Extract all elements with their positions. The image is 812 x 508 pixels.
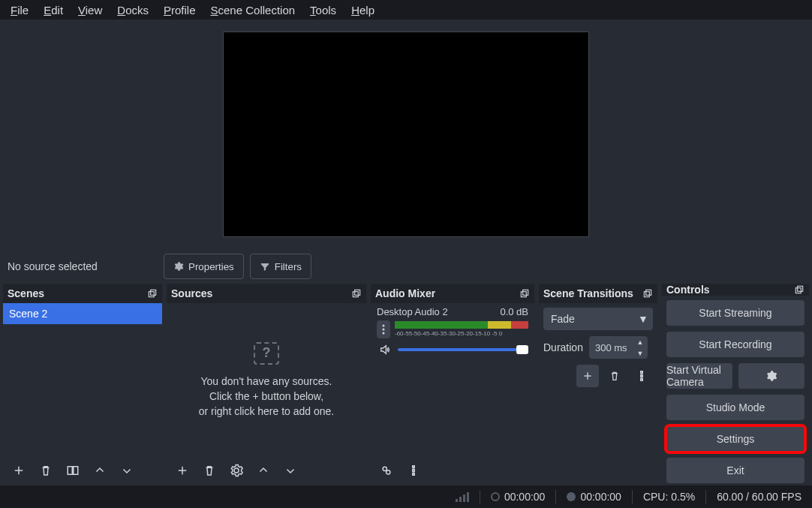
stream-dot-icon <box>491 492 500 501</box>
mixer-meter: -60-55-50-45-40-35-30-25-20-15-10 -5 0 <box>395 321 528 338</box>
preview-area <box>0 20 812 249</box>
svg-point-25 <box>641 375 643 377</box>
controls-dock: Controls Start Streaming Start Recording… <box>662 284 809 485</box>
sources-empty[interactable]: ? You don't have any sources. Click the … <box>167 303 366 455</box>
menu-scene-collection[interactable]: Scene Collection <box>203 2 303 18</box>
svg-rect-27 <box>795 288 801 293</box>
transition-add-button[interactable] <box>576 365 599 387</box>
cpu-usage: CPU: 0.5% <box>643 491 695 503</box>
mixer-options-button[interactable] <box>377 320 390 338</box>
duration-label: Duration <box>543 341 583 353</box>
scene-remove-button[interactable] <box>35 459 57 482</box>
scene-item[interactable]: Scene 2 <box>3 303 162 324</box>
menu-file[interactable]: File <box>3 2 36 18</box>
transition-select[interactable]: Fade <box>543 308 633 330</box>
mixer-volume-slider[interactable] <box>398 348 528 351</box>
menu-tools[interactable]: Tools <box>302 2 344 18</box>
start-streaming-button[interactable]: Start Streaming <box>666 300 804 326</box>
preview-canvas[interactable] <box>223 32 589 237</box>
duration-input[interactable] <box>589 336 633 359</box>
scene-filter-button[interactable] <box>62 459 84 482</box>
mixer-dock: Audio Mixer Desktop Audio 2 0.0 dB -60-5… <box>371 284 534 485</box>
transition-remove-button[interactable] <box>603 365 626 387</box>
svg-rect-6 <box>353 292 358 297</box>
source-down-button[interactable] <box>279 459 302 482</box>
svg-point-12 <box>383 325 385 327</box>
menu-edit[interactable]: Edit <box>36 2 71 18</box>
scene-add-button[interactable] <box>8 459 30 482</box>
svg-point-26 <box>641 379 643 381</box>
stream-time: 00:00:00 <box>491 491 546 503</box>
svg-rect-0 <box>149 292 154 297</box>
speaker-icon <box>379 344 391 356</box>
svg-rect-4 <box>68 467 72 475</box>
mixer-channel-db: 0.0 dB <box>500 306 528 317</box>
transition-menu-button[interactable] <box>630 365 653 387</box>
svg-point-24 <box>641 371 643 374</box>
mixer-title: Audio Mixer <box>375 287 435 299</box>
studio-mode-button[interactable]: Studio Mode <box>666 395 804 420</box>
source-up-button[interactable] <box>252 459 275 482</box>
source-toolbar: No source selected Properties Filters <box>0 249 812 284</box>
menu-view[interactable]: View <box>71 2 110 18</box>
sources-empty-line2: Click the + button below, <box>209 390 323 402</box>
svg-rect-1 <box>151 290 156 295</box>
mixer-menu-button[interactable] <box>402 459 425 482</box>
sources-dock: Sources ? You don't have any sources. Cl… <box>167 284 366 485</box>
source-add-button[interactable] <box>171 459 194 482</box>
transitions-dock: Scene Transitions Fade ▼ Duration ▲▼ <box>539 284 657 485</box>
statusbar: 00:00:00 00:00:00 CPU: 0.5% 60.00 / 60.0… <box>0 485 812 508</box>
svg-rect-28 <box>798 286 803 291</box>
svg-point-17 <box>413 466 415 468</box>
undock-icon[interactable] <box>351 288 362 299</box>
question-icon: ? <box>254 342 279 365</box>
source-remove-button[interactable] <box>198 459 221 482</box>
svg-rect-10 <box>521 292 526 297</box>
properties-button-label: Properties <box>188 261 234 272</box>
undock-icon[interactable] <box>147 288 158 299</box>
undock-icon[interactable] <box>642 288 653 299</box>
svg-rect-7 <box>355 290 360 295</box>
svg-rect-5 <box>74 467 78 475</box>
menu-docks[interactable]: Docks <box>110 2 156 18</box>
mixer-advanced-button[interactable] <box>375 459 398 482</box>
filters-icon <box>260 261 270 272</box>
svg-point-15 <box>383 467 386 470</box>
menu-profile[interactable]: Profile <box>156 2 203 18</box>
svg-point-16 <box>386 470 390 474</box>
svg-point-14 <box>383 332 385 335</box>
source-status-label: No source selected <box>8 260 158 272</box>
svg-rect-21 <box>646 290 651 295</box>
gear-icon <box>173 261 184 272</box>
undock-icon[interactable] <box>794 284 804 295</box>
svg-point-19 <box>413 473 415 476</box>
filters-button[interactable]: Filters <box>250 254 311 279</box>
svg-rect-20 <box>644 292 649 297</box>
settings-button[interactable]: Settings <box>666 426 804 452</box>
exit-button[interactable]: Exit <box>666 458 804 483</box>
svg-rect-11 <box>523 290 528 295</box>
mixer-channel-name: Desktop Audio 2 <box>377 306 448 317</box>
properties-button[interactable]: Properties <box>164 254 244 279</box>
scene-down-button[interactable] <box>116 459 138 482</box>
duration-spinner[interactable]: ▲▼ <box>633 336 648 359</box>
svg-point-18 <box>413 470 415 472</box>
scene-up-button[interactable] <box>89 459 111 482</box>
chevron-down-icon[interactable]: ▼ <box>633 308 653 330</box>
spinner-down-icon[interactable]: ▼ <box>633 347 648 359</box>
source-properties-button[interactable] <box>225 459 248 482</box>
record-dot-icon <box>567 492 576 501</box>
sources-title: Sources <box>171 287 212 299</box>
scenes-dock: Scenes Scene 2 <box>3 284 162 485</box>
undock-icon[interactable] <box>519 288 530 299</box>
record-time: 00:00:00 <box>567 491 621 503</box>
sources-empty-line1: You don't have any sources. <box>201 375 332 387</box>
menu-help[interactable]: Help <box>344 2 382 18</box>
mixer-mute-button[interactable] <box>377 341 393 358</box>
controls-title: Controls <box>666 284 710 296</box>
start-recording-button[interactable]: Start Recording <box>666 332 804 357</box>
spinner-up-icon[interactable]: ▲ <box>633 336 648 347</box>
start-virtual-camera-button[interactable]: Start Virtual Camera <box>666 363 732 389</box>
virtual-camera-settings-button[interactable] <box>738 363 804 389</box>
gear-icon <box>765 370 777 382</box>
